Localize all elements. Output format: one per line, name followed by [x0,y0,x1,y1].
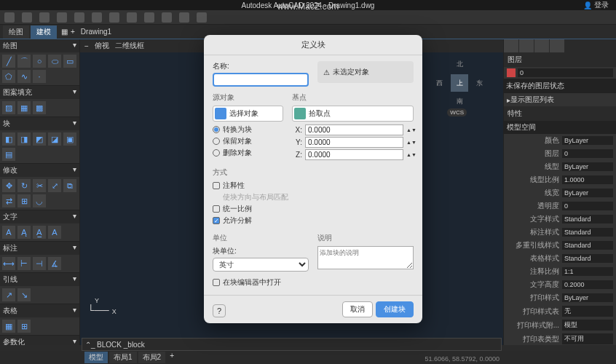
tab-layout1[interactable]: 布局1 [109,352,137,363]
tool-icon[interactable] [74,12,84,23]
create-block-button[interactable]: 创建块 [376,301,414,317]
tool-icon[interactable] [22,12,32,23]
block-icon[interactable]: ▣ [63,132,76,146]
tool-icon[interactable] [4,12,15,23]
prop-value[interactable]: 1:1 [562,267,613,276]
dim-icon[interactable]: ⊢ [17,257,31,270]
block-icon[interactable]: ▤ [2,148,15,161]
show-layer-list[interactable]: 显示图层列表 [510,95,554,105]
tab-model[interactable]: 模型 [84,352,108,363]
prop-value[interactable]: Standard [562,241,613,250]
tab-layout2[interactable]: 布局2 [138,352,166,363]
mirror-icon[interactable]: ⇄ [2,194,15,207]
view-cube[interactable]: 北 南 东 西 上 [438,61,481,105]
chevron-down-icon[interactable]: ▾ [73,306,76,316]
dim-icon[interactable]: ∡ [48,257,61,270]
move-icon[interactable]: ✥ [2,179,15,192]
tool-icon[interactable] [144,12,154,23]
leader-icon[interactable]: ↗ [2,288,15,301]
hatch-icon[interactable]: ▩ [33,101,46,114]
hatch-icon[interactable]: ▨ [2,101,15,114]
units-select[interactable]: 英寸 [213,258,309,272]
text-icon[interactable]: A̲ [33,226,46,239]
compass-east[interactable]: 东 [476,79,483,88]
tool-icon[interactable] [127,12,137,23]
hatch-icon[interactable]: ▦ [17,101,31,114]
prop-value[interactable]: Standard [562,215,613,223]
compass-west[interactable]: 西 [436,79,443,88]
table-icon[interactable]: ▦ [2,320,15,333]
rp-tab[interactable] [504,39,518,52]
view-wireframe[interactable]: 二维线框 [115,41,144,51]
prop-value[interactable]: Standard [562,228,613,237]
block-icon[interactable]: ◩ [33,132,46,146]
tab-build[interactable]: 建模 [31,25,57,39]
compass-south[interactable]: 南 [457,97,463,106]
rp-tab[interactable] [534,39,549,52]
radio-convert[interactable]: 转换为块 [213,124,283,135]
tab-draw[interactable]: 绘图 [3,25,29,39]
circle-icon[interactable]: ○ [33,55,46,68]
z-input[interactable] [305,149,403,160]
rp-tab[interactable] [550,39,564,52]
rp-tab[interactable] [519,39,534,52]
tool-icon[interactable] [57,12,67,23]
tool-icon[interactable] [197,12,207,23]
table-icon[interactable]: ⊞ [17,320,31,333]
layer-select[interactable]: 0 [518,68,613,77]
view-top[interactable]: 俯视 [95,41,109,51]
prop-value[interactable]: Standard [562,254,613,263]
prop-value[interactable]: 1.0000 [562,175,613,184]
radio-keep[interactable]: 保留对象 [213,136,283,146]
pick-point-button[interactable]: 拾取点 [292,106,414,122]
array-icon[interactable]: ⊞ [17,194,31,207]
chevron-down-icon[interactable]: ▾ [73,212,76,222]
cancel-button[interactable]: 取消 [342,301,373,317]
prop-value[interactable]: 无 [562,306,613,317]
layer-color-swatch[interactable] [507,68,516,77]
chevron-down-icon[interactable]: ▾ [73,87,76,98]
leader-icon[interactable]: ↘ [17,288,31,301]
prop-value[interactable]: ByLayer [562,136,613,145]
copy-icon[interactable]: ⧉ [63,179,76,192]
spinner[interactable]: ▲▼ [406,140,414,145]
help-button[interactable]: ? [213,304,226,317]
y-input[interactable] [305,137,403,148]
line-icon[interactable]: ╱ [2,55,15,68]
dim-icon[interactable]: ⊣ [33,257,46,270]
rect-icon[interactable]: ▭ [63,55,76,68]
text-icon[interactable]: A [48,226,61,239]
x-input[interactable] [305,124,403,135]
fillet-icon[interactable]: ◡ [33,194,46,207]
check-open-editor[interactable]: 在块编辑器中打开 [213,277,414,288]
prop-value[interactable]: ByLayer [562,293,613,302]
prop-value[interactable]: 模型 [562,320,613,331]
arc-icon[interactable]: ⌒ [17,55,31,68]
command-line[interactable]: ⌃_ BLOCK _block [82,338,502,351]
chevron-down-icon[interactable]: ▾ [73,41,76,51]
compass-top[interactable]: 上 [451,74,468,92]
prop-value[interactable]: 0 [562,149,613,158]
prop-value[interactable]: 0.2000 [562,280,613,289]
tool-icon[interactable] [92,12,102,23]
description-textarea[interactable] [317,246,414,269]
select-objects-button[interactable]: 选择对象 [213,106,283,122]
block-icon[interactable]: ◧ [2,132,15,146]
chevron-down-icon[interactable]: ▾ [73,165,76,175]
ellipse-icon[interactable]: ⬭ [48,55,61,68]
layer-state[interactable]: 未保存的图层状态 [506,81,564,91]
scissors-icon[interactable]: ✂ [33,179,46,192]
spline-icon[interactable]: ∿ [17,70,31,83]
prop-value[interactable]: ByLayer [562,189,613,197]
check-uniform-scale[interactable]: 统一比例 [213,204,414,214]
block-icon[interactable]: ◪ [48,132,61,146]
tool-icon[interactable] [39,12,50,23]
add-layout-icon[interactable]: + [167,352,177,363]
block-icon[interactable]: ◨ [17,132,31,146]
chevron-down-icon[interactable]: ▾ [73,337,76,345]
check-allow-explode[interactable]: 允许分解 [213,215,414,226]
prop-value[interactable]: ByLayer [562,162,613,171]
login-button[interactable]: 👤登录 [583,0,609,10]
wcs-label[interactable]: WCS [447,108,467,116]
mtext-icon[interactable]: Ą [17,226,31,239]
